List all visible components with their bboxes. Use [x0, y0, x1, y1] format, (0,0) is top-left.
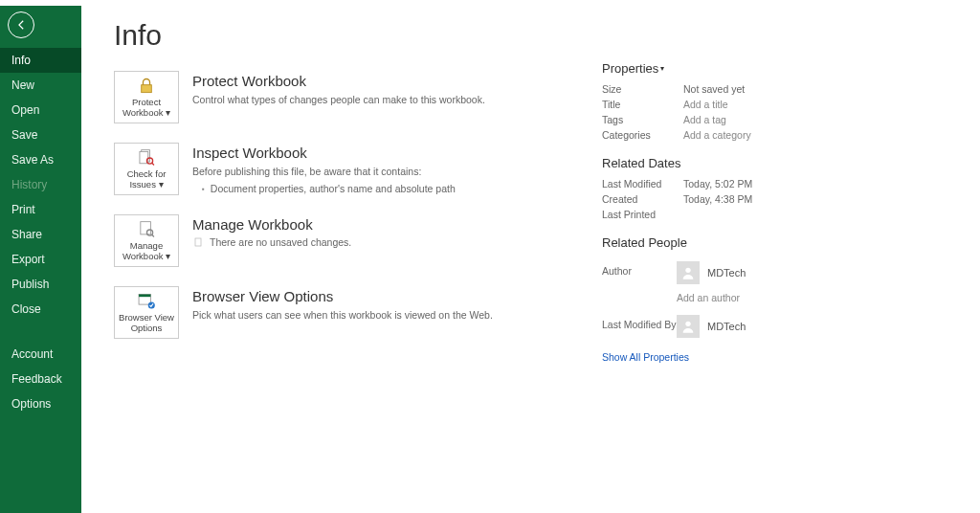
section-manage: Manage Workbook ▾ Manage Workbook There … [114, 214, 535, 267]
svg-point-12 [685, 268, 690, 273]
nav-save-as[interactable]: Save As [0, 147, 81, 172]
svg-rect-10 [139, 295, 150, 298]
inspect-desc: Before publishing this file, be aware th… [192, 165, 456, 179]
document-search-icon [135, 147, 158, 167]
protect-heading: Protect Workbook [192, 73, 485, 89]
page-title: Info [114, 19, 535, 52]
svg-rect-5 [141, 222, 151, 234]
avatar [677, 261, 700, 284]
person-icon [680, 265, 696, 280]
svg-rect-8 [195, 238, 201, 246]
browser-desc: Pick what users can see when this workbo… [192, 308, 493, 323]
person-icon [680, 319, 696, 334]
nav-publish[interactable]: Publish [0, 272, 81, 297]
check-issues-tile[interactable]: Check for Issues ▾ [114, 143, 179, 195]
caret-down-icon: ▾ [660, 64, 664, 73]
nav-close[interactable]: Close [0, 297, 81, 322]
show-all-properties-link[interactable]: Show All Properties [602, 351, 870, 363]
prop-last-printed: Last Printed [602, 207, 870, 222]
protect-tile-label: Protect Workbook ▾ [117, 98, 176, 119]
no-changes-text: There are no unsaved changes. [192, 236, 351, 248]
browser-icon [135, 291, 158, 311]
add-author-link[interactable]: Add an author [677, 292, 870, 303]
back-button[interactable] [8, 11, 34, 38]
prop-modified-by: Last Modified By MDTech [602, 309, 870, 340]
modified-by-person[interactable]: MDTech [677, 315, 746, 338]
svg-rect-0 [142, 85, 152, 93]
inspect-heading: Inspect Workbook [192, 145, 456, 161]
prop-categories: Categories Add a category [602, 127, 870, 143]
nav-separator [0, 331, 81, 332]
nav-export[interactable]: Export [0, 247, 81, 272]
info-left-column: Info Protect Workbook ▾ Protect Workbook… [114, 19, 535, 513]
document-outline-icon [192, 236, 204, 248]
inspect-bullet-1: Document properties, author's name and a… [202, 183, 456, 194]
manage-text: Manage Workbook There are no unsaved cha… [192, 214, 351, 248]
prop-title: Title Add a title [602, 97, 870, 112]
avatar [677, 315, 700, 338]
nav-share[interactable]: Share [0, 222, 81, 247]
content-area: Info Protect Workbook ▾ Protect Workbook… [81, 6, 980, 513]
nav-feedback[interactable]: Feedback [0, 367, 81, 391]
prop-size: Size Not saved yet [602, 81, 870, 97]
back-arrow-icon [14, 18, 28, 32]
main-area: Info New Open Save Save As History Print… [0, 6, 980, 513]
nav-account[interactable]: Account [0, 342, 81, 367]
manage-heading: Manage Workbook [192, 216, 351, 233]
nav-new[interactable]: New [0, 73, 81, 98]
manage-tile-label: Manage Workbook ▾ [117, 241, 176, 262]
add-category-link[interactable]: Add a category [683, 129, 751, 141]
backstage-sidebar: Info New Open Save Save As History Print… [0, 6, 81, 513]
svg-point-13 [685, 322, 690, 326]
author-person[interactable]: MDTech [677, 261, 746, 284]
svg-line-4 [152, 163, 154, 165]
nav-save[interactable]: Save [0, 123, 81, 147]
add-title-link[interactable]: Add a title [683, 99, 728, 110]
properties-heading[interactable]: Properties▾ [602, 61, 870, 76]
section-inspect: Check for Issues ▾ Inspect Workbook Befo… [114, 143, 535, 195]
inspect-text: Inspect Workbook Before publishing this … [192, 143, 456, 194]
people-heading: Related People [602, 235, 870, 250]
dates-heading: Related Dates [602, 156, 870, 170]
nav-print[interactable]: Print [0, 197, 81, 222]
prop-author: Author MDTech [602, 256, 870, 286]
section-protect: Protect Workbook ▾ Protect Workbook Cont… [114, 71, 535, 123]
prop-last-modified: Last Modified Today, 5:02 PM [602, 176, 870, 191]
nav-info[interactable]: Info [0, 48, 81, 73]
nav-open[interactable]: Open [0, 98, 81, 123]
nav-options[interactable]: Options [0, 391, 81, 416]
lock-icon [135, 76, 158, 96]
prop-created: Created Today, 4:38 PM [602, 191, 870, 207]
section-browser: Browser View Options Browser View Option… [114, 286, 535, 339]
browser-view-tile[interactable]: Browser View Options [114, 286, 179, 339]
protect-desc: Control what types of changes people can… [192, 93, 485, 107]
prop-tags: Tags Add a tag [602, 112, 870, 127]
info-right-column: Properties▾ Size Not saved yet Title Add… [602, 19, 870, 513]
protect-text: Protect Workbook Control what types of c… [192, 71, 485, 107]
inspect-tile-label: Check for Issues ▾ [117, 169, 176, 190]
browser-heading: Browser View Options [192, 288, 493, 304]
document-manage-icon [135, 219, 158, 239]
add-tag-link[interactable]: Add a tag [683, 114, 726, 125]
protect-workbook-tile[interactable]: Protect Workbook ▾ [114, 71, 179, 123]
svg-line-7 [152, 234, 154, 236]
browser-text: Browser View Options Pick what users can… [192, 286, 493, 323]
manage-workbook-tile[interactable]: Manage Workbook ▾ [114, 214, 179, 267]
browser-tile-label: Browser View Options [117, 313, 176, 334]
nav-history: History [0, 172, 81, 197]
inspect-bullets: Document properties, author's name and a… [202, 183, 456, 194]
